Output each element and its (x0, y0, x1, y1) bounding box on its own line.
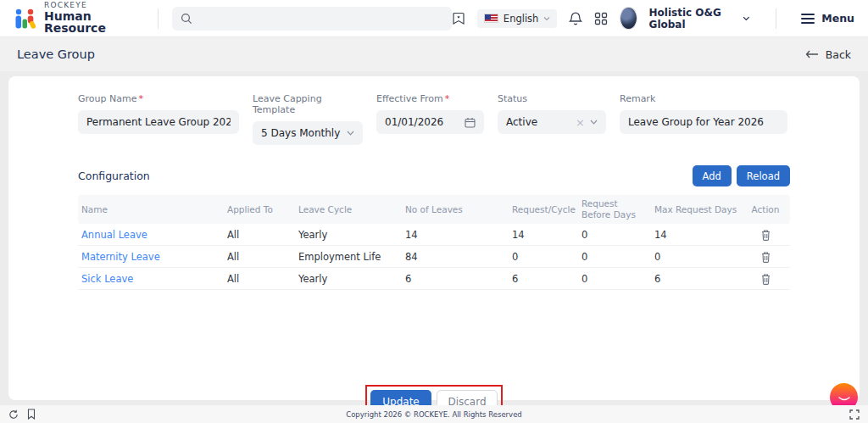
back-arrow-icon (805, 50, 819, 58)
bookmark-star-icon[interactable] (452, 11, 465, 25)
table-row: Sick Leave All Yearly 6 6 0 6 (78, 268, 790, 290)
effective-from-value: 01/01/2026 (385, 116, 459, 128)
app-root: ROCKEYE Human Resource English (0, 0, 868, 423)
bookmark-icon[interactable] (27, 409, 36, 420)
cell-request-cycle: 6 (509, 273, 578, 285)
cell-no-of-leaves: 6 (402, 273, 509, 285)
table-row: Maternity Leave All Employment Life 84 0… (78, 246, 790, 268)
group-name-value: Permanent Leave Group 2026 (86, 116, 231, 128)
leave-group-form: Group Name* Permanent Leave Group 2026 L… (78, 93, 790, 145)
configuration-title: Configuration (78, 170, 150, 182)
us-flag-icon (484, 14, 498, 23)
effective-from-input[interactable]: 01/01/2026 (376, 110, 484, 134)
required-mark: * (138, 93, 143, 104)
leave-group-card: Group Name* Permanent Leave Group 2026 L… (8, 76, 860, 400)
remark-input[interactable]: Leave Group for Year 2026 (620, 110, 787, 134)
cell-no-of-leaves: 14 (402, 229, 509, 241)
organization-name[interactable]: Holistic O&G Global (649, 7, 731, 31)
cell-applied-to: All (224, 229, 295, 241)
cell-no-of-leaves: 84 (402, 251, 509, 263)
language-selector[interactable]: English (477, 9, 558, 28)
cell-request-before-days: 0 (578, 251, 651, 263)
menu-divider (776, 8, 776, 29)
col-no-of-leaves: No of Leaves (402, 201, 509, 219)
group-name-label: Group Name (78, 93, 136, 104)
chevron-down-icon (347, 131, 354, 136)
table-row: Annual Leave All Yearly 14 14 0 14 (78, 224, 790, 246)
refresh-icon[interactable] (8, 409, 19, 420)
global-search[interactable] (172, 7, 452, 31)
field-leave-capping-template: Leave Capping Template 5 Days Monthly Ca… (253, 93, 363, 145)
brand-logo[interactable]: ROCKEYE Human Resource (14, 2, 144, 35)
footer: Copyright 2026 © ROCKEYE. All Rights Res… (0, 405, 868, 423)
configuration-header: Configuration Add Reload (78, 165, 790, 186)
effective-from-label: Effective From (376, 93, 443, 104)
leave-name-link[interactable]: Sick Leave (78, 273, 224, 285)
delete-row-button[interactable] (745, 251, 787, 263)
fullscreen-expand-icon[interactable] (849, 409, 860, 420)
menu-button[interactable]: Menu (801, 12, 854, 25)
required-mark: * (445, 93, 450, 104)
cell-request-cycle: 14 (509, 229, 578, 241)
field-effective-from: Effective From* 01/01/2026 (376, 93, 484, 145)
brand-product: Human Resource (44, 10, 144, 35)
leave-capping-label: Leave Capping Template (253, 93, 322, 115)
cell-leave-cycle: Yearly (295, 273, 402, 285)
user-avatar[interactable] (620, 7, 637, 30)
col-request-before-days: Request Before Days (578, 195, 651, 224)
delete-row-button[interactable] (745, 229, 787, 241)
copyright-text: Copyright 2026 © ROCKEYE. All Rights Res… (0, 410, 868, 419)
configuration-table: Name Applied To Leave Cycle No of Leaves… (78, 195, 790, 290)
caret-down-icon (543, 16, 550, 21)
chevron-down-icon (590, 120, 598, 125)
calendar-icon[interactable] (465, 117, 476, 128)
group-name-input[interactable]: Permanent Leave Group 2026 (78, 110, 239, 134)
search-input[interactable] (199, 13, 443, 25)
remark-value: Leave Group for Year 2026 (628, 116, 779, 128)
delete-row-button[interactable] (745, 273, 787, 285)
add-button[interactable]: Add (693, 165, 732, 186)
field-status: Status Active × (498, 93, 606, 145)
cell-max-request-days: 0 (651, 251, 745, 263)
field-remark: Remark Leave Group for Year 2026 (620, 93, 787, 145)
status-label: Status (498, 93, 527, 104)
clear-icon[interactable]: × (576, 117, 585, 128)
chevron-down-icon[interactable] (743, 15, 750, 22)
leave-capping-select[interactable]: 5 Days Monthly Ca… (253, 121, 363, 145)
header-actions: English Holistic O&G Global (452, 7, 854, 31)
remark-label: Remark (620, 93, 655, 104)
col-request-cycle: Request/Cycle (509, 201, 578, 219)
cell-request-before-days: 0 (578, 229, 651, 241)
hamburger-icon (801, 14, 815, 24)
col-leave-cycle: Leave Cycle (295, 201, 402, 219)
cell-leave-cycle: Employment Life (295, 251, 402, 263)
search-icon (181, 13, 192, 25)
leave-capping-value: 5 Days Monthly Ca… (261, 127, 342, 139)
back-button[interactable]: Back (805, 48, 851, 61)
cell-applied-to: All (224, 251, 295, 263)
col-name: Name (78, 201, 224, 219)
menu-label: Menu (821, 12, 854, 25)
status-value: Active (506, 116, 570, 128)
cell-applied-to: All (224, 273, 295, 285)
cell-request-cycle: 0 (509, 251, 578, 263)
language-label: English (504, 13, 539, 25)
back-label: Back (826, 48, 851, 61)
page-title-bar: Leave Group Back (0, 37, 868, 71)
leave-name-link[interactable]: Maternity Leave (78, 251, 224, 263)
brand-text: ROCKEYE Human Resource (44, 2, 144, 35)
field-group-name: Group Name* Permanent Leave Group 2026 (78, 93, 239, 145)
reload-button[interactable]: Reload (737, 165, 790, 186)
rockeye-logo-icon (14, 8, 37, 30)
leave-name-link[interactable]: Annual Leave (78, 229, 224, 241)
col-max-request-days: Max Request Days (651, 201, 745, 219)
top-header: ROCKEYE Human Resource English (0, 0, 868, 37)
trash-icon (760, 273, 771, 285)
page-title: Leave Group (17, 47, 95, 61)
table-header-row: Name Applied To Leave Cycle No of Leaves… (78, 195, 790, 224)
cell-leave-cycle: Yearly (295, 229, 402, 241)
status-select[interactable]: Active × (498, 110, 606, 134)
app-grid-icon[interactable] (594, 12, 608, 25)
notifications-bell-icon[interactable] (569, 11, 582, 26)
header-divider (158, 8, 159, 29)
